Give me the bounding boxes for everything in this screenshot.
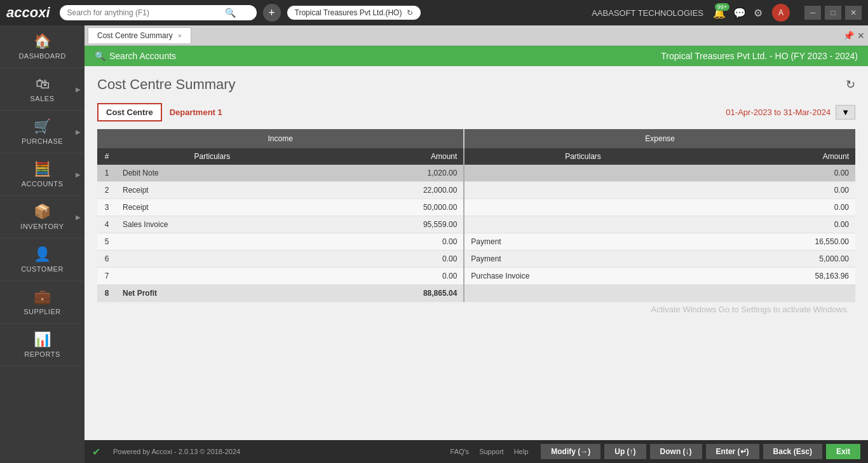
refresh-button[interactable]: ↻ <box>846 78 855 92</box>
row-num: 4 <box>97 216 116 233</box>
expense-particular <box>464 182 701 199</box>
row-num: 3 <box>97 199 116 216</box>
sidebar-item-inventory[interactable]: 📦 INVENTORY ▶ <box>0 196 85 238</box>
tab-label: Cost Centre Summary <box>97 31 173 40</box>
sidebar-item-purchase[interactable]: 🛒 PURCHASE ▶ <box>0 111 85 153</box>
row-num: 5 <box>97 233 116 251</box>
department-value[interactable]: Department 1 <box>162 104 230 120</box>
dashboard-icon: 🏠 <box>34 33 51 50</box>
tab-cost-centre-summary[interactable]: Cost Centre Summary × <box>88 27 191 43</box>
notification-icon[interactable]: 🔔 99+ <box>713 7 726 19</box>
avatar[interactable]: A <box>772 4 790 22</box>
sidebar-item-dashboard[interactable]: 🏠 DASHBOARD <box>0 25 85 68</box>
supplier-icon: 💼 <box>34 289 51 305</box>
back-button[interactable]: Back (Esc) <box>763 444 822 459</box>
refresh-icon[interactable]: ↻ <box>407 8 413 17</box>
support-link[interactable]: Support <box>479 448 504 455</box>
income-particular <box>116 268 308 285</box>
down-button[interactable]: Down (↓) <box>650 444 702 459</box>
search-input[interactable] <box>67 8 220 17</box>
date-range: 01-Apr-2023 to 31-Mar-2024 ▼ <box>726 105 855 120</box>
expense-particular: Payment <box>464 251 701 268</box>
filter-button[interactable]: ▼ <box>836 105 855 120</box>
company-period-label: Tropical Treasures Pvt Ltd. - HO (FY 202… <box>661 51 858 61</box>
tab-pin-button[interactable]: 📌 <box>843 31 854 41</box>
sidebar-item-supplier[interactable]: 💼 SUPPLIER <box>0 281 85 324</box>
net-profit-amount: 88,865.04 <box>308 285 465 302</box>
net-profit-num: 8 <box>97 285 116 302</box>
expense-amount: 0.00 <box>702 182 855 199</box>
tab-close-icon[interactable]: × <box>178 32 182 39</box>
enter-button[interactable]: Enter (↵) <box>706 444 759 459</box>
purchase-arrow-icon: ▶ <box>76 128 81 135</box>
purchase-icon: 🛒 <box>34 118 51 135</box>
up-button[interactable]: Up (↑) <box>604 444 646 459</box>
income-particular: Receipt <box>116 182 308 199</box>
expense-amount: 16,550.00 <box>702 233 855 251</box>
footer: ✔ Powered by Accoxi - 2.0.13 © 2018-2024… <box>85 440 868 463</box>
exit-button[interactable]: Exit <box>826 444 860 459</box>
sidebar-item-sales[interactable]: 🛍 SALES ▶ <box>0 68 85 111</box>
topbar: accoxi 🔍 + Tropical Treasures Pvt Ltd.(H… <box>0 0 868 25</box>
sidebar-item-reports[interactable]: 📊 REPORTS <box>0 324 85 366</box>
income-amount: 50,000.00 <box>308 199 465 216</box>
income-amount: 1,020.00 <box>308 165 465 182</box>
modify-button[interactable]: Modify (→) <box>541 444 600 459</box>
expense-amount: 0.00 <box>702 199 855 216</box>
search-bar[interactable]: 🔍 <box>60 5 257 20</box>
table-row[interactable]: 7 0.00 Purchase Invoice 58,163.96 <box>97 268 855 285</box>
income-amount: 95,559.00 <box>308 216 465 233</box>
tab-bar: Cost Centre Summary × 📌 ✕ <box>85 25 868 46</box>
search-accounts-button[interactable]: 🔍 Search Accounts <box>95 51 176 61</box>
faq-link[interactable]: FAQ's <box>451 448 470 455</box>
add-button[interactable]: + <box>263 4 281 22</box>
sidebar-label-supplier: SUPPLIER <box>24 308 60 315</box>
income-header: Income <box>97 129 464 148</box>
income-amount: 22,000.00 <box>308 182 465 199</box>
summary-table: Income Expense # Particulars Amount Part… <box>97 129 855 302</box>
table-row[interactable]: 6 0.00 Payment 5,000.00 <box>97 251 855 268</box>
sidebar-label-customer: CUSTOMER <box>21 265 64 273</box>
close-window-button[interactable]: ✕ <box>845 6 862 20</box>
tab-controls: 📌 ✕ <box>843 31 865 41</box>
table-row[interactable]: 4 Sales Invoice 95,559.00 0.00 <box>97 216 855 233</box>
net-profit-expense-amount <box>702 285 855 302</box>
settings-icon[interactable]: ⚙ <box>754 7 763 19</box>
income-particular: Debit Note <box>116 165 308 182</box>
help-link[interactable]: Help <box>514 448 529 455</box>
income-amount: 0.00 <box>308 233 465 251</box>
app-logo: accoxi <box>6 4 50 21</box>
windows-watermark: Activate Windows Go to Settings to activ… <box>97 305 855 314</box>
sidebar-label-inventory: INVENTORY <box>20 223 64 230</box>
sidebar-item-customer[interactable]: 👤 CUSTOMER <box>0 238 85 281</box>
minimize-button[interactable]: ─ <box>804 6 821 20</box>
table-row[interactable]: 2 Receipt 22,000.00 0.00 <box>97 182 855 199</box>
table-row[interactable]: 1 Debit Note 1,020.00 0.00 <box>97 165 855 182</box>
sidebar-label-sales: SALES <box>31 95 55 102</box>
maximize-button[interactable]: □ <box>825 6 841 20</box>
table-row[interactable]: 5 0.00 Payment 16,550.00 <box>97 233 855 251</box>
row-num: 6 <box>97 251 116 268</box>
sidebar-label-accounts: ACCOUNTS <box>22 180 64 188</box>
sidebar-item-accounts[interactable]: 🧮 ACCOUNTS ▶ <box>0 153 85 196</box>
window-controls: ─ □ ✕ <box>804 6 862 20</box>
amount-col-income: Amount <box>308 148 465 165</box>
page-title-row: Cost Centre Summary ↻ <box>97 76 855 93</box>
expense-amount: 58,163.96 <box>702 268 855 285</box>
amount-col-expense: Amount <box>702 148 855 165</box>
sidebar-label-purchase: PURCHASE <box>22 137 63 145</box>
tab-window-close-button[interactable]: ✕ <box>857 31 865 41</box>
expense-particular: Purchase Invoice <box>464 268 701 285</box>
topbar-right: AABASOFT TECHNOLOGIES 🔔 99+ 💬 ⚙ A ─ □ ✕ <box>592 4 862 22</box>
inventory-arrow-icon: ▶ <box>76 214 81 221</box>
footer-logo-icon: ✔ <box>92 446 100 458</box>
topbar-icons: 🔔 99+ 💬 ⚙ <box>713 7 763 19</box>
company-selector[interactable]: Tropical Treasures Pvt Ltd.(HO) ↻ <box>287 6 421 20</box>
date-range-text: 01-Apr-2023 to 31-Mar-2024 <box>726 107 831 117</box>
message-icon[interactable]: 💬 <box>733 7 746 19</box>
expense-amount: 5,000.00 <box>702 251 855 268</box>
income-particular <box>116 251 308 268</box>
expense-particular <box>464 165 701 182</box>
table-row[interactable]: 3 Receipt 50,000.00 0.00 <box>97 199 855 216</box>
company-name: Tropical Treasures Pvt Ltd.(HO) <box>295 8 402 17</box>
